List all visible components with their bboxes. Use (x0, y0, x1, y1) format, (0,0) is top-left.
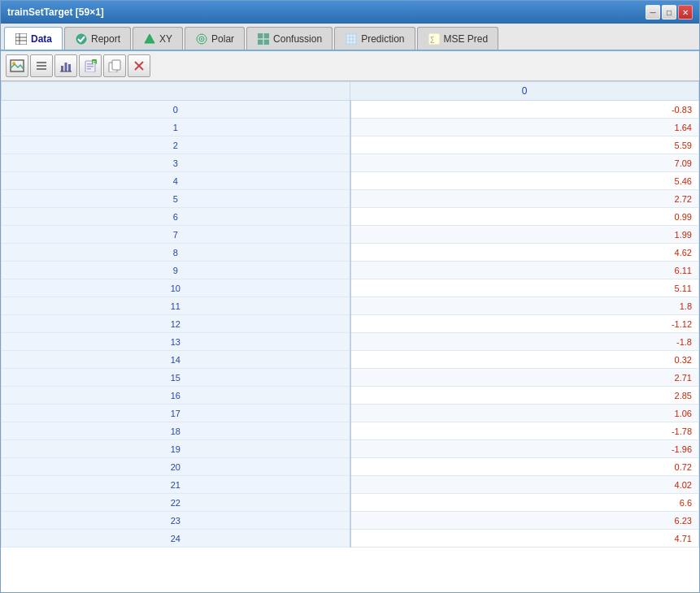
table-container: 0 0-0.8311.6425.5937.0945.4652.7260.9971… (1, 81, 699, 592)
row-value-cell: 7.09 (350, 154, 699, 172)
tab-report[interactable]: Report (64, 27, 131, 50)
svg-rect-12 (264, 40, 269, 45)
row-index-cell: 16 (2, 387, 350, 405)
row-index-cell: 20 (2, 458, 350, 476)
row-value-cell: 0.99 (350, 208, 699, 226)
svg-rect-10 (264, 33, 269, 38)
tab-confussion[interactable]: Confussion (246, 27, 333, 50)
row-index-cell: 24 (2, 530, 350, 548)
row-value-cell: 2.85 (350, 387, 699, 405)
row-index-cell: 13 (2, 333, 350, 351)
table-row: 236.23 (2, 512, 699, 530)
confusion-icon (257, 32, 270, 45)
image-button[interactable] (6, 54, 28, 77)
row-index-cell: 7 (2, 226, 350, 244)
data-table: 0 0-0.8311.6425.5937.0945.4652.7260.9971… (1, 81, 699, 548)
table-row: 226.6 (2, 494, 699, 512)
toolbar: E (1, 51, 699, 81)
table-row: 11.64 (2, 119, 699, 136)
row-value-cell: 2.71 (350, 369, 699, 387)
row-index-cell: 19 (2, 440, 350, 458)
row-value-cell: 2.72 (350, 190, 699, 208)
svg-point-8 (201, 38, 202, 40)
svg-point-4 (76, 34, 86, 44)
tab-polar[interactable]: Polar (185, 27, 245, 50)
table-row: 105.11 (2, 279, 699, 297)
row-value-cell: 1.99 (350, 226, 699, 244)
window-controls: ─ □ ✕ (646, 5, 693, 19)
row-index-cell: 21 (2, 476, 350, 494)
row-index-cell: 5 (2, 190, 350, 208)
row-value-cell: 5.46 (350, 172, 699, 190)
row-index-cell: 22 (2, 494, 350, 512)
table-row: 12-1.12 (2, 315, 699, 333)
svg-text:∑: ∑ (430, 36, 435, 43)
tab-report-label: Report (91, 33, 120, 45)
svg-rect-11 (258, 40, 263, 45)
row-value-cell: 1.64 (350, 119, 699, 136)
check-icon (75, 32, 88, 45)
row-index-cell: 23 (2, 512, 350, 530)
svg-rect-26 (61, 66, 63, 71)
row-value-cell: 1.06 (350, 405, 699, 422)
row-index-cell: 9 (2, 262, 350, 279)
table-row: 200.72 (2, 458, 699, 476)
col-header-0: 0 (350, 82, 699, 101)
table-row: 111.8 (2, 297, 699, 315)
minimize-button[interactable]: ─ (646, 5, 660, 19)
svg-rect-9 (258, 33, 263, 38)
row-index-cell: 2 (2, 136, 350, 154)
row-value-cell: 5.11 (350, 279, 699, 297)
prediction-icon (345, 32, 358, 45)
row-index-cell: 10 (2, 279, 350, 297)
row-index-cell: 3 (2, 154, 350, 172)
copy-button[interactable] (103, 54, 126, 77)
table-row: 19-1.96 (2, 440, 699, 458)
svg-text:E: E (93, 60, 96, 65)
table-row: 37.09 (2, 154, 699, 172)
row-value-cell: -1.12 (350, 315, 699, 333)
row-value-cell: 5.59 (350, 136, 699, 154)
row-index-cell: 18 (2, 422, 350, 440)
delete-button[interactable] (128, 54, 150, 77)
svg-rect-0 (15, 33, 27, 45)
tab-xy[interactable]: XY (133, 27, 183, 50)
maximize-button[interactable]: □ (662, 5, 676, 19)
table-row: 84.62 (2, 244, 699, 262)
row-value-cell: -0.83 (350, 101, 699, 119)
export-button[interactable]: E (79, 54, 102, 77)
row-index-cell: 0 (2, 101, 350, 119)
close-button[interactable]: ✕ (678, 5, 693, 19)
svg-rect-13 (346, 33, 357, 45)
tab-mse-pred[interactable]: ∑ MSE Pred (417, 27, 499, 50)
tab-prediction[interactable]: Prediction (334, 27, 415, 50)
tab-mse-label: MSE Pred (444, 33, 489, 45)
svg-marker-5 (145, 34, 154, 43)
tab-bar: Data Report XY (1, 24, 699, 51)
row-index-cell: 12 (2, 315, 350, 333)
table-row: 52.72 (2, 190, 699, 208)
row-index-cell: 6 (2, 208, 350, 226)
row-value-cell: -1.78 (350, 422, 699, 440)
tab-confussion-label: Confussion (273, 33, 322, 45)
row-index-cell: 8 (2, 244, 350, 262)
table-scroll[interactable]: 0 0-0.8311.6425.5937.0945.4652.7260.9971… (1, 81, 699, 592)
table-row: 140.32 (2, 351, 699, 369)
tab-data[interactable]: Data (4, 27, 63, 50)
polar-icon (195, 32, 208, 45)
svg-rect-33 (87, 68, 91, 70)
content-area: 0 0-0.8311.6425.5937.0945.4652.7260.9971… (1, 81, 699, 592)
row-value-cell: 0.72 (350, 458, 699, 476)
window-title: trainSetTarget [59×1] (7, 6, 104, 18)
row-value-cell: 4.62 (350, 244, 699, 262)
bar-button[interactable] (54, 54, 77, 77)
row-value-cell: 4.02 (350, 476, 699, 494)
list-button[interactable] (30, 54, 53, 77)
title-bar: trainSetTarget [59×1] ─ □ ✕ (1, 1, 699, 24)
table-row: 60.99 (2, 208, 699, 226)
tab-data-label: Data (31, 33, 52, 45)
row-index-cell: 11 (2, 297, 350, 315)
table-row: 71.99 (2, 226, 699, 244)
table-icon (15, 32, 28, 45)
table-row: 214.02 (2, 476, 699, 494)
